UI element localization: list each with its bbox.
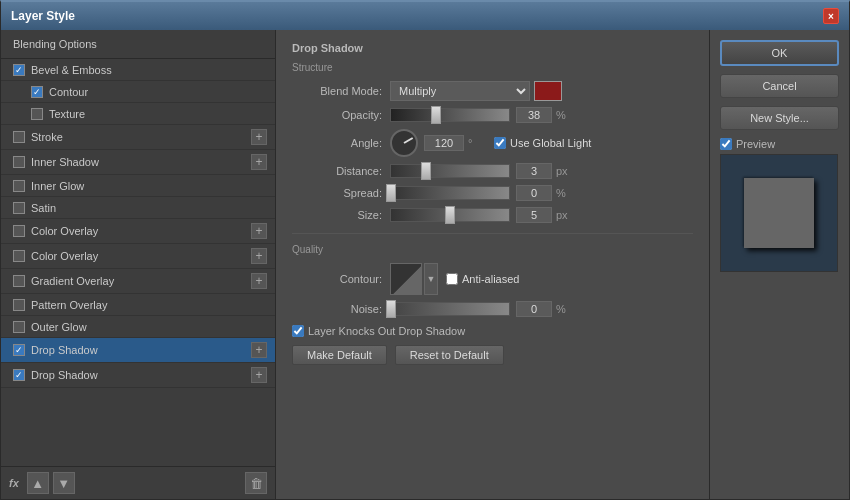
contour-checkbox[interactable] — [31, 86, 43, 98]
layer-knocks-out-row: Layer Knocks Out Drop Shadow — [292, 325, 693, 337]
sidebar-item-drop-shadow-2[interactable]: Drop Shadow + — [1, 363, 275, 388]
opacity-label: Opacity: — [292, 109, 382, 121]
spread-thumb[interactable] — [386, 184, 396, 202]
sidebar-item-gradient-overlay[interactable]: Gradient Overlay + — [1, 269, 275, 294]
sidebar-item-satin[interactable]: Satin — [1, 197, 275, 219]
preview-section: Preview — [720, 138, 839, 272]
noise-input[interactable] — [516, 301, 552, 317]
preview-checkbox[interactable] — [720, 138, 732, 150]
spread-label: Spread: — [292, 187, 382, 199]
opacity-row: Opacity: % — [292, 107, 693, 123]
opacity-slider[interactable] — [390, 108, 510, 122]
noise-thumb[interactable] — [386, 300, 396, 318]
anti-alias-row: Anti-aliased — [446, 273, 519, 285]
reset-default-button[interactable]: Reset to Default — [395, 345, 504, 365]
anti-aliased-checkbox[interactable] — [446, 273, 458, 285]
distance-label: Distance: — [292, 165, 382, 177]
distance-input[interactable] — [516, 163, 552, 179]
distance-slider[interactable] — [390, 164, 510, 178]
dialog-body: Blending Options Bevel & Emboss Contour … — [1, 30, 849, 499]
new-style-button[interactable]: New Style... — [720, 106, 839, 130]
dialog-title: Layer Style — [11, 9, 75, 23]
distance-thumb[interactable] — [421, 162, 431, 180]
opacity-input[interactable] — [516, 107, 552, 123]
delete-button[interactable]: 🗑 — [245, 472, 267, 494]
spread-input[interactable] — [516, 185, 552, 201]
angle-row: Angle: ° Use Global Light — [292, 129, 693, 157]
stroke-add-button[interactable]: + — [251, 129, 267, 145]
sidebar-item-inner-shadow[interactable]: Inner Shadow + — [1, 150, 275, 175]
blend-mode-label: Blend Mode: — [292, 85, 382, 97]
color-swatch[interactable] — [534, 81, 562, 101]
sidebar-item-contour[interactable]: Contour — [1, 81, 275, 103]
blend-options-header[interactable]: Blending Options — [1, 30, 275, 59]
sidebar-item-texture[interactable]: Texture — [1, 103, 275, 125]
sidebar-item-color-overlay-2[interactable]: Color Overlay + — [1, 244, 275, 269]
stroke-checkbox[interactable] — [13, 131, 25, 143]
size-unit: px — [556, 209, 572, 221]
layer-list: Blending Options Bevel & Emboss Contour … — [1, 30, 275, 466]
drop-shadow2-checkbox[interactable] — [13, 369, 25, 381]
inner-glow-checkbox[interactable] — [13, 180, 25, 192]
angle-label: Angle: — [292, 137, 382, 149]
distance-row: Distance: px — [292, 163, 693, 179]
contour-preview[interactable] — [390, 263, 422, 295]
size-input[interactable] — [516, 207, 552, 223]
move-up-button[interactable]: ▲ — [27, 472, 49, 494]
sidebar-item-bevel[interactable]: Bevel & Emboss — [1, 59, 275, 81]
noise-slider[interactable] — [390, 302, 510, 316]
main-panel: Drop Shadow Structure Blend Mode: Multip… — [276, 30, 709, 499]
size-thumb[interactable] — [445, 206, 455, 224]
color-overlay2-add-button[interactable]: + — [251, 248, 267, 264]
sidebar-item-color-overlay-1[interactable]: Color Overlay + — [1, 219, 275, 244]
drop-shadow2-add-button[interactable]: + — [251, 367, 267, 383]
left-panel-footer: fx ▲ ▼ 🗑 — [1, 466, 275, 499]
sub-section-title: Structure — [292, 62, 693, 73]
inner-shadow-add-button[interactable]: + — [251, 154, 267, 170]
sidebar-item-outer-glow[interactable]: Outer Glow — [1, 316, 275, 338]
contour-dropdown[interactable]: ▼ — [424, 263, 438, 295]
color-overlay1-checkbox[interactable] — [13, 225, 25, 237]
drop-shadow1-add-button[interactable]: + — [251, 342, 267, 358]
bevel-checkbox[interactable] — [13, 64, 25, 76]
move-down-button[interactable]: ▼ — [53, 472, 75, 494]
sidebar-item-inner-glow[interactable]: Inner Glow — [1, 175, 275, 197]
spread-unit: % — [556, 187, 572, 199]
left-panel: Blending Options Bevel & Emboss Contour … — [1, 30, 276, 499]
satin-checkbox[interactable] — [13, 202, 25, 214]
blend-mode-select[interactable]: Multiply Normal Screen Overlay — [390, 81, 530, 101]
global-light-checkbox[interactable] — [494, 137, 506, 149]
sidebar-item-pattern-overlay[interactable]: Pattern Overlay — [1, 294, 275, 316]
preview-label: Preview — [736, 138, 775, 150]
layer-knocks-out-checkbox[interactable] — [292, 325, 304, 337]
size-row: Size: px — [292, 207, 693, 223]
pattern-overlay-checkbox[interactable] — [13, 299, 25, 311]
gradient-overlay-add-button[interactable]: + — [251, 273, 267, 289]
color-overlay1-add-button[interactable]: + — [251, 223, 267, 239]
color-overlay2-checkbox[interactable] — [13, 250, 25, 262]
outer-glow-checkbox[interactable] — [13, 321, 25, 333]
drop-shadow1-checkbox[interactable] — [13, 344, 25, 356]
preview-square — [744, 178, 814, 248]
angle-wheel[interactable] — [390, 129, 418, 157]
sidebar-item-label: Drop Shadow — [31, 369, 251, 381]
sidebar-item-stroke[interactable]: Stroke + — [1, 125, 275, 150]
action-buttons: Make Default Reset to Default — [292, 345, 693, 365]
opacity-thumb[interactable] — [431, 106, 441, 124]
texture-checkbox[interactable] — [31, 108, 43, 120]
inner-shadow-checkbox[interactable] — [13, 156, 25, 168]
close-button[interactable]: × — [823, 8, 839, 24]
global-light-row: Use Global Light — [494, 137, 591, 149]
ok-button[interactable]: OK — [720, 40, 839, 66]
preview-row: Preview — [720, 138, 839, 150]
sidebar-item-label: Outer Glow — [31, 321, 267, 333]
sidebar-item-drop-shadow-1[interactable]: Drop Shadow + — [1, 338, 275, 363]
make-default-button[interactable]: Make Default — [292, 345, 387, 365]
spread-slider[interactable] — [390, 186, 510, 200]
size-slider[interactable] — [390, 208, 510, 222]
angle-input[interactable] — [424, 135, 464, 151]
right-panel: OK Cancel New Style... Preview — [709, 30, 849, 499]
sidebar-item-label: Color Overlay — [31, 225, 251, 237]
gradient-overlay-checkbox[interactable] — [13, 275, 25, 287]
cancel-button[interactable]: Cancel — [720, 74, 839, 98]
